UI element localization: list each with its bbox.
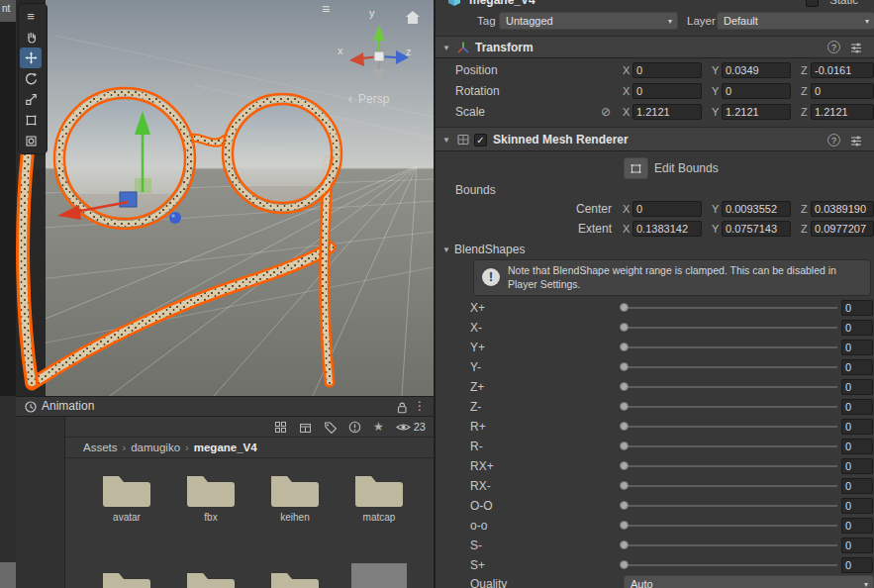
help-icon[interactable]: ?	[827, 134, 840, 147]
blendshapes-foldout[interactable]: ▼ BlendShapes	[436, 241, 874, 258]
label-icon[interactable]	[324, 421, 337, 434]
slider-handle[interactable]	[620, 343, 629, 351]
scale-x-field[interactable]: 1.2121	[632, 104, 702, 120]
scale-z-field[interactable]: 1.2121	[811, 104, 874, 120]
slider-handle[interactable]	[620, 461, 629, 470]
lock-icon[interactable]	[396, 401, 408, 414]
blendshape-value[interactable]: 0	[841, 359, 873, 375]
help-icon[interactable]: ?	[827, 41, 840, 53]
blendshape-value[interactable]: 0	[841, 439, 873, 454]
package-icon[interactable]	[299, 421, 312, 434]
hand-tool-icon[interactable]	[20, 27, 42, 48]
folder-item[interactable]	[93, 563, 160, 588]
favorite-star-icon[interactable]: ★	[373, 421, 384, 434]
blendshape-slider[interactable]	[624, 485, 837, 487]
breadcrumb-megane-v4[interactable]: megane_V4	[194, 441, 257, 453]
layer-dropdown[interactable]: Default ▾	[717, 12, 874, 30]
scene-view[interactable]: y x z ‹ Persp ≡ ≡	[16, 0, 434, 396]
folder-item-matcap[interactable]: matcap	[345, 466, 413, 523]
position-y-field[interactable]: 0.0349	[722, 62, 791, 78]
blendshape-slider[interactable]	[624, 346, 837, 348]
blendshape-slider[interactable]	[624, 426, 837, 428]
slider-handle[interactable]	[620, 323, 629, 332]
position-z-field[interactable]: -0.0161	[811, 62, 874, 78]
slider-handle[interactable]	[620, 540, 629, 549]
component-enabled-checkbox[interactable]: ✓	[474, 134, 487, 147]
preset-menu-icon[interactable]	[850, 42, 862, 54]
rotation-y-field[interactable]: 0	[722, 83, 791, 99]
slider-handle[interactable]	[620, 303, 629, 312]
blendshape-slider[interactable]	[624, 327, 837, 329]
slider-handle[interactable]	[620, 501, 629, 510]
blendshape-value[interactable]: 0	[841, 538, 873, 553]
breadcrumb-assets[interactable]: Assets	[83, 441, 118, 453]
scale-tool-icon[interactable]	[20, 89, 42, 110]
gizmo-z-label[interactable]: z	[406, 46, 412, 57]
foldout-icon[interactable]: ▼	[442, 44, 450, 52]
blendshape-value[interactable]: 0	[841, 399, 873, 415]
slider-handle[interactable]	[620, 441, 629, 450]
transform-tool-icon[interactable]	[20, 131, 42, 151]
breadcrumb-damugiko[interactable]: damugiko	[131, 441, 180, 453]
move-tool-icon[interactable]	[20, 48, 42, 68]
center-x-field[interactable]: 0	[632, 201, 702, 217]
persp-label[interactable]: Persp	[358, 92, 389, 106]
folder-item-keihen[interactable]: keihen	[261, 466, 329, 523]
blendshape-slider[interactable]	[624, 386, 837, 388]
rotation-z-field[interactable]: 0	[811, 83, 874, 99]
rotation-x-field[interactable]: 0	[632, 83, 702, 99]
blendshape-value[interactable]: 0	[841, 300, 873, 316]
alert-icon[interactable]	[348, 421, 361, 434]
slider-handle[interactable]	[620, 481, 629, 490]
gizmo-y-label[interactable]: y	[369, 7, 375, 19]
tab-animation[interactable]: Animation	[42, 397, 94, 416]
object-name[interactable]: megane_V4	[469, 0, 535, 10]
rotate-tool-icon[interactable]	[20, 68, 42, 89]
quality-dropdown[interactable]: Auto ▾	[624, 575, 874, 588]
blendshape-value[interactable]: 0	[841, 320, 873, 336]
texture-thumbnail[interactable]	[351, 563, 407, 588]
blendshape-slider[interactable]	[624, 445, 837, 447]
smr-header[interactable]: ▼ ✓ Skinned Mesh Renderer ?	[436, 127, 874, 151]
panel-menu-icon[interactable]: ⋮	[414, 397, 426, 416]
blendshape-value[interactable]: 0	[841, 478, 873, 494]
slider-handle[interactable]	[620, 362, 629, 371]
blendshape-value[interactable]: 0	[841, 458, 873, 474]
slider-handle[interactable]	[620, 521, 629, 530]
grid-icon[interactable]	[274, 421, 287, 434]
scene-menu-icon[interactable]: ≡	[322, 1, 330, 17]
link-constraint-icon[interactable]: ⊘	[601, 102, 611, 123]
extent-z-field[interactable]: 0.0977207	[811, 221, 874, 237]
blendshape-slider[interactable]	[624, 307, 837, 309]
blendshape-slider[interactable]	[624, 525, 837, 527]
folder-item-fbx[interactable]: fbx	[177, 466, 244, 523]
visibility-toggle[interactable]: 23	[396, 421, 426, 433]
tag-dropdown[interactable]: Untagged ▾	[499, 12, 678, 30]
blendshape-slider[interactable]	[624, 465, 837, 467]
slider-handle[interactable]	[620, 402, 629, 411]
blendshape-value[interactable]: 0	[841, 419, 873, 435]
transform-header[interactable]: ▼ Transform ?	[436, 36, 874, 58]
blendshape-slider[interactable]	[624, 544, 837, 546]
position-x-field[interactable]: 0	[632, 62, 702, 78]
folder-item[interactable]	[261, 563, 329, 588]
blendshape-value[interactable]: 0	[841, 498, 873, 514]
center-z-field[interactable]: 0.0389190	[811, 201, 874, 217]
persp-chevron-icon[interactable]: ‹	[348, 92, 352, 106]
preset-menu-icon[interactable]	[850, 135, 862, 147]
scene-canvas[interactable]	[16, 0, 434, 396]
edit-bounds-button[interactable]	[624, 157, 648, 179]
slider-handle[interactable]	[620, 560, 629, 569]
foldout-icon[interactable]: ▼	[442, 136, 450, 145]
slider-handle[interactable]	[620, 382, 629, 391]
blendshape-slider[interactable]	[624, 406, 837, 408]
blendshape-value[interactable]: 0	[841, 557, 873, 573]
extent-y-field[interactable]: 0.0757143	[722, 221, 791, 237]
scale-y-field[interactable]: 1.2121	[722, 104, 791, 120]
static-caret-icon[interactable]: ▾	[866, 0, 870, 1]
overlay-menu-icon[interactable]: ≡	[20, 6, 42, 27]
blendshape-value[interactable]: 0	[841, 340, 873, 355]
blendshape-value[interactable]: 0	[841, 379, 873, 395]
blendshape-slider[interactable]	[624, 564, 837, 566]
gizmo-x-label[interactable]: x	[338, 45, 343, 56]
